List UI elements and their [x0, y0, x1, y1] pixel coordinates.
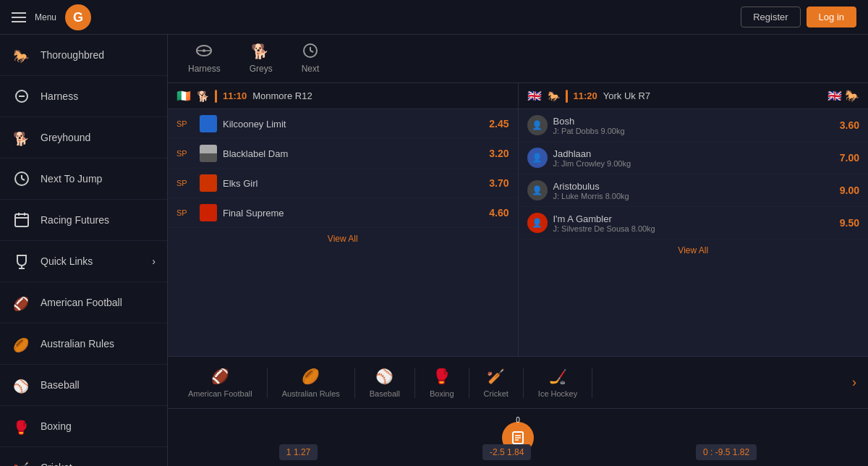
- runner-info: Aristobulus J: Luke Morris 8.00kg: [553, 181, 825, 200]
- runner-row: 👤 I'm A Gambler J: Silvestre De Sousa 8.…: [519, 207, 869, 240]
- runner-odds[interactable]: 9.50: [830, 217, 859, 229]
- runner-row: SP Blacklabel Dam 3.20: [168, 139, 518, 169]
- afl-sport-icon: 🏉: [302, 368, 320, 385]
- flag-uk-2: 🇬🇧: [827, 89, 842, 103]
- runner-name: Blacklabel Dam: [223, 148, 475, 159]
- runner-sp: SP: [176, 208, 194, 217]
- race-tabs: Harness 🐕 Greys Next: [168, 35, 868, 83]
- race-content: 🇮🇪 🐕 11:10 Monmore R12 SP Kilcooney Limi…: [168, 83, 868, 466]
- orange-bar-2: [566, 90, 568, 103]
- sport-tab-cricket[interactable]: 🏏 Cricket: [469, 368, 524, 398]
- sidebar-label-cricket: Cricket: [41, 462, 156, 466]
- runner-jockey: J: Jim Crowley 9.00kg: [553, 159, 825, 168]
- sidebar-item-cricket[interactable]: 🏏 Cricket: [0, 447, 167, 466]
- sport-tab-australian-rules[interactable]: 🏉 Australian Rules: [268, 368, 355, 398]
- svg-text:🐕: 🐕: [13, 131, 30, 146]
- sidebar-label-racing-futures: Racing Futures: [41, 214, 156, 226]
- sidebar-item-racing-futures[interactable]: Racing Futures: [0, 200, 167, 241]
- american-football-sport-icon: 🏈: [211, 368, 229, 385]
- runner-odds[interactable]: 3.60: [830, 119, 859, 131]
- runner-silk: [200, 145, 217, 162]
- ice-hockey-sport-icon: 🏒: [549, 368, 567, 385]
- runner-name: I'm A Gambler: [553, 213, 825, 224]
- sidebar-label-quick-links: Quick Links: [41, 255, 143, 267]
- tab-greys-label: Greys: [250, 64, 273, 74]
- header-right: Register Log in: [741, 7, 856, 27]
- calendar-icon: [12, 210, 32, 230]
- sport-tab-ice-hockey[interactable]: 🏒 Ice Hockey: [524, 368, 592, 398]
- logo-icon: G: [65, 4, 91, 30]
- sidebar-item-baseball[interactable]: ⚾ Baseball: [0, 365, 167, 406]
- sidebar-label-australian-rules: Australian Rules: [41, 338, 156, 350]
- odds-pill-3[interactable]: 0 : -9.5 1.82: [696, 444, 757, 460]
- svg-text:🏈: 🏈: [13, 296, 30, 311]
- greys-tab-icon: 🐕: [251, 42, 271, 59]
- sport-tab-boxing[interactable]: 🥊 Boxing: [415, 368, 469, 398]
- sidebar-item-quick-links[interactable]: Quick Links ›: [0, 241, 167, 282]
- odds-pill-1[interactable]: 1 1.27: [279, 444, 318, 460]
- runner-odds[interactable]: 7.00: [830, 152, 859, 164]
- sidebar-item-greyhound[interactable]: 🐕 Greyhound: [0, 117, 167, 158]
- runner-row: SP Kilcooney Limit 2.45: [168, 109, 518, 139]
- view-all-2[interactable]: View All: [519, 240, 869, 261]
- greyhound-icon: 🐕: [12, 127, 32, 148]
- sidebar-item-harness[interactable]: Harness: [0, 76, 167, 117]
- sport-label-cricket: Cricket: [484, 389, 509, 398]
- svg-text:🐕: 🐕: [251, 43, 269, 59]
- harness-icon: [12, 86, 32, 106]
- runner-odds[interactable]: 4.60: [480, 207, 509, 219]
- runner-avatar: 👤: [527, 213, 548, 233]
- sport-tab-baseball[interactable]: ⚾ Baseball: [355, 368, 415, 398]
- view-all-1[interactable]: View All: [168, 228, 518, 250]
- runner-row: 👤 Aristobulus J: Luke Morris 8.00kg 9.00: [519, 174, 869, 207]
- sidebar-item-next-to-jump[interactable]: Next To Jump: [0, 158, 167, 200]
- sidebar-item-australian-rules[interactable]: 🏉 Australian Rules: [0, 323, 167, 365]
- runner-odds[interactable]: 3.20: [480, 148, 509, 159]
- runner-odds[interactable]: 3.70: [480, 177, 509, 189]
- sports-bar: 🏈 American Football 🏉 Australian Rules ⚾…: [168, 356, 868, 408]
- svg-line-26: [310, 51, 313, 52]
- runner-row: 👤 Jadhlaan J: Jim Crowley 9.00kg 7.00: [519, 142, 869, 174]
- odds-label-1: 1: [286, 447, 292, 457]
- chevron-right-icon: ›: [152, 255, 156, 267]
- horse-icon-small: 🐎: [845, 89, 859, 103]
- odds-pill-2[interactable]: -2.5 1.84: [482, 444, 531, 460]
- runner-name: Aristobulus: [553, 181, 825, 192]
- register-button[interactable]: Register: [741, 7, 800, 27]
- baseball-icon: ⚾: [12, 375, 32, 395]
- sport-label-australian-rules: Australian Rules: [282, 389, 340, 398]
- sport-tab-american-football[interactable]: 🏈 American Football: [174, 368, 268, 398]
- odds-value-1: 1.27: [294, 447, 310, 457]
- svg-text:⚾: ⚾: [13, 378, 30, 394]
- flag-right: 🇬🇧 🐎: [827, 89, 859, 103]
- sidebar-item-american-football[interactable]: 🏈 American Football: [0, 282, 167, 323]
- sports-scroll-right[interactable]: ›: [846, 375, 862, 390]
- odds-label-2: -2.5: [490, 447, 505, 457]
- sidebar: 🐎 Thoroughbred Harness 🐕 Greyhound: [0, 35, 168, 466]
- runner-name: Elks Girl: [223, 178, 475, 189]
- betslip-icon: [511, 431, 525, 445]
- runner-odds[interactable]: 9.00: [830, 185, 859, 196]
- odds-row: 1 1.27 -2.5 1.84 0 : -9.5 1.82: [168, 444, 868, 460]
- login-button[interactable]: Log in: [807, 7, 856, 27]
- body: 🐎 Thoroughbred Harness 🐕 Greyhound: [0, 35, 868, 466]
- tab-next[interactable]: Next: [287, 35, 334, 82]
- runner-silk: [200, 204, 217, 221]
- sidebar-item-boxing[interactable]: 🥊 Boxing: [0, 406, 167, 447]
- race-header-2: 🇬🇧 🐎 11:20 York Uk R7 🇬🇧 🐎: [519, 83, 869, 109]
- race-name-2: York Uk R7: [603, 90, 650, 101]
- tab-harness[interactable]: Harness: [174, 35, 235, 82]
- cricket-sport-icon: 🏏: [487, 368, 505, 385]
- sport-label-ice-hockey: Ice Hockey: [538, 389, 577, 398]
- race-icon-2: 🐎: [548, 90, 560, 102]
- runner-odds[interactable]: 2.45: [480, 118, 509, 130]
- svg-text:🏉: 🏉: [13, 337, 30, 352]
- menu-button[interactable]: [12, 12, 26, 22]
- svg-rect-9: [15, 214, 28, 226]
- sidebar-label-boxing: Boxing: [41, 420, 156, 432]
- odds-value-2: 1.84: [507, 447, 524, 457]
- sidebar-item-thoroughbred[interactable]: 🐎 Thoroughbred: [0, 35, 167, 76]
- next-tab-icon: [302, 42, 319, 59]
- header: Menu G Register Log in: [0, 0, 868, 35]
- tab-greys[interactable]: 🐕 Greys: [235, 35, 287, 82]
